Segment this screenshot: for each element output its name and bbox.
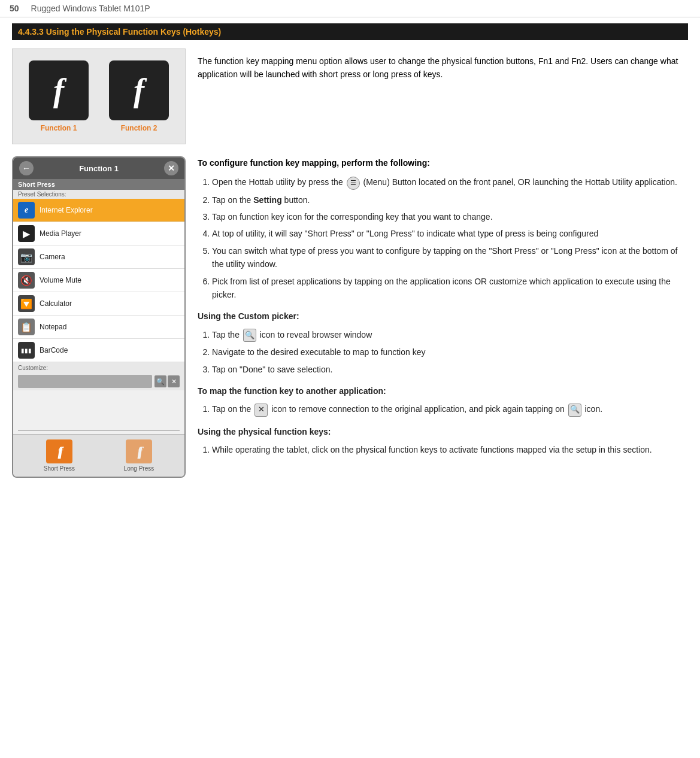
phone-bottom-bar: ff Short Press ff Long Press: [13, 434, 184, 477]
fn2-label: Function 2: [121, 124, 157, 132]
app-item-barcode[interactable]: ▮▮▮ BarCode: [13, 339, 184, 362]
content-area: 4.4.3.3 Using the Physical Function Keys…: [0, 17, 700, 496]
search-input[interactable]: [18, 375, 152, 388]
calc-label: Calculator: [40, 299, 72, 308]
main-instructions: To configure function key mapping, perfo…: [198, 156, 688, 478]
phone-title: Function 1: [79, 164, 119, 173]
section-header-text: 4.4.3.3 Using the Physical Function Keys…: [18, 27, 221, 37]
custom-picker-step-1: Tap the 🔍 icon to reveal browser window: [212, 328, 688, 342]
remove-icon: ✕: [254, 404, 268, 417]
physical-title: Using the physical function keys:: [198, 425, 688, 438]
long-press-fn-block: ff Long Press: [124, 439, 154, 472]
search-icons: 🔍 ✕: [154, 375, 180, 387]
configure-steps-list: Open the Hottab utility by press the ☰ (…: [212, 175, 688, 301]
short-press-label: Short Press: [13, 179, 184, 190]
intro-text: The function key mapping menu option all…: [198, 48, 688, 144]
long-press-fn-icon[interactable]: ff: [126, 439, 152, 463]
volume-label: Volume Mute: [40, 276, 81, 284]
physical-step-1: While operating the tablet, click on the…: [212, 443, 688, 456]
phone-top-bar: ← Function 1 ✕: [13, 157, 184, 179]
long-press-fn-label: Long Press: [124, 465, 154, 472]
page-header: 50 Rugged Windows Tablet M101P: [0, 0, 700, 17]
ie-icon: e: [18, 202, 35, 219]
preset-label: Preset Selections:: [13, 190, 184, 199]
map-title: To map the function key to another appli…: [198, 384, 688, 398]
configure-step-5: You can switch what type of press you wa…: [212, 244, 688, 271]
short-press-fn-block: ff Short Press: [44, 439, 75, 472]
ie-label: Internet Explorer: [40, 206, 93, 214]
short-press-fn-icon[interactable]: ff: [46, 439, 72, 463]
configure-step-3: Tap on function key icon for the corresp…: [212, 210, 688, 223]
fn1-label: Function 1: [41, 124, 77, 132]
fn1-block: f Function 1: [29, 60, 89, 132]
custom-picker-steps-list: Tap the 🔍 icon to reveal browser window …: [212, 328, 688, 376]
configure-step-2: Tap on the Setting button.: [212, 193, 688, 207]
physical-steps-list: While operating the tablet, click on the…: [212, 443, 688, 456]
short-press-fn-label: Short Press: [44, 465, 75, 472]
custom-picker-step-2: Navigate to the desired executable to ma…: [212, 345, 688, 359]
app-item-volume[interactable]: 🔇 Volume Mute: [13, 269, 184, 292]
volume-icon: 🔇: [18, 272, 35, 289]
app-item-media[interactable]: ▶ Media Player: [13, 222, 184, 245]
media-label: Media Player: [40, 229, 81, 238]
setting-bold: Setting: [253, 195, 281, 205]
search-icon[interactable]: 🔍: [154, 375, 166, 387]
notepad-icon: 📋: [18, 319, 35, 335]
notepad-label: Notepad: [40, 323, 66, 331]
page-title: Rugged Windows Tablet M101P: [31, 4, 150, 13]
folder-icon: 🔍: [243, 329, 256, 342]
camera-label: Camera: [40, 253, 65, 261]
menu-icon: ☰: [347, 177, 360, 190]
phone-separator: [18, 430, 180, 430]
fn2-icon: f: [109, 60, 169, 120]
calc-icon: 🔽: [18, 295, 35, 312]
configure-step-4: At top of utility, it will say "Short Pr…: [212, 227, 688, 240]
app-item-calc[interactable]: 🔽 Calculator: [13, 292, 184, 316]
search-row: 🔍 ✕: [13, 372, 184, 390]
camera-icon: 📷: [18, 248, 35, 265]
configure-step-6: Pick from list of preset applications by…: [212, 275, 688, 302]
custom-picker-step-3: Tap on "Done" to save selection.: [212, 363, 688, 376]
customize-label: Customize:: [13, 362, 184, 372]
middle-row: ← Function 1 ✕ Short Press Preset Select…: [12, 156, 688, 478]
media-icon: ▶: [18, 225, 35, 242]
configure-title: To configure function key mapping, perfo…: [198, 156, 688, 169]
page-number: 50: [10, 4, 19, 13]
map-step-1: Tap on the ✕ icon to remove connection t…: [212, 402, 688, 416]
app-item-notepad[interactable]: 📋 Notepad: [13, 316, 184, 339]
pick-icon: 🔍: [568, 404, 581, 417]
app-item-ie[interactable]: e Internet Explorer: [13, 199, 184, 222]
top-row: f Function 1 f Function 2 The function k…: [12, 48, 688, 144]
fn1-icon: f: [29, 60, 89, 120]
close-button[interactable]: ✕: [164, 161, 178, 175]
map-steps-list: Tap on the ✕ icon to remove connection t…: [212, 402, 688, 416]
phone-mockup: ← Function 1 ✕ Short Press Preset Select…: [12, 156, 186, 478]
app-item-camera[interactable]: 📷 Camera: [13, 245, 184, 269]
back-button[interactable]: ←: [19, 161, 34, 175]
fn2-block: f Function 2: [109, 60, 169, 132]
custom-picker-title: Using the Custom picker:: [198, 310, 688, 323]
barcode-label: BarCode: [40, 346, 68, 354]
clear-icon[interactable]: ✕: [168, 375, 180, 387]
configure-step-1: Open the Hottab utility by press the ☰ (…: [212, 175, 688, 189]
barcode-icon: ▮▮▮: [18, 342, 35, 359]
section-header: 4.4.3.3 Using the Physical Function Keys…: [12, 23, 688, 40]
phone-spacer: [13, 390, 184, 426]
function-icons-image: f Function 1 f Function 2: [12, 48, 186, 144]
